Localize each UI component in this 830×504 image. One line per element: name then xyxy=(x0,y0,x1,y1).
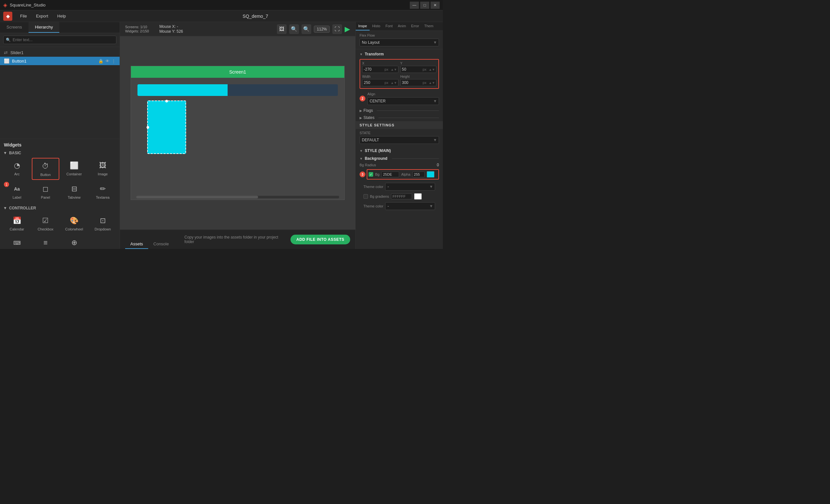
height-field[interactable] xyxy=(401,79,421,86)
theme-select-2[interactable]: - xyxy=(385,202,435,210)
hierarchy-item-slider1[interactable]: ⇄ Slider1 xyxy=(0,48,120,57)
gradient-color-input[interactable] xyxy=(391,194,412,199)
basic-widget-grid: ◔ Arc ⏱ Button ⬜ Container 🖼 Image 1 xyxy=(3,158,117,202)
width-arrow-icon[interactable]: ▲▼ xyxy=(390,81,398,85)
flex-flow-select[interactable]: No Layout xyxy=(359,39,439,46)
eye-icon[interactable]: 👁 xyxy=(105,59,109,64)
container-label: Container xyxy=(66,172,82,176)
widget-dropdown[interactable]: ⊡ Dropdown xyxy=(89,213,117,234)
menu-export[interactable]: Export xyxy=(32,12,52,20)
add-file-button[interactable]: ADD FILE INTO ASSETS xyxy=(290,235,350,244)
gradient-swatch[interactable] xyxy=(414,193,422,200)
widget-checkbox[interactable]: ☑ Checkbox xyxy=(32,213,59,234)
canvas-content[interactable]: Screen1 xyxy=(120,36,355,230)
widget-panel[interactable]: ◻ Panel xyxy=(32,181,59,202)
slider-widget[interactable] xyxy=(137,84,338,96)
colorwheel-label: Colorwheel xyxy=(65,227,83,231)
right-tab-error[interactable]: Error xyxy=(409,22,421,30)
style-main-title[interactable]: ▼ STYLE (MAIN) xyxy=(356,146,443,154)
tab-console[interactable]: Console xyxy=(148,239,174,249)
widget-textarea[interactable]: ✏ Textarea xyxy=(89,181,117,202)
transform-title[interactable]: ▼ Transform xyxy=(356,49,443,58)
states-row[interactable]: ▶ States xyxy=(356,114,443,121)
widget-colorwheel[interactable]: 🎨 Colorwheel xyxy=(61,213,88,234)
tab-assets[interactable]: Assets xyxy=(125,239,148,249)
zoom-out-button[interactable]: 🔍 xyxy=(289,24,299,34)
canvas-scrollbar[interactable] xyxy=(136,196,339,198)
controller-widget-grid: 📅 Calendar ☑ Checkbox 🎨 Colorwheel ⊡ Dro… xyxy=(3,213,117,249)
left-tabs: Screens Hierarchy xyxy=(0,22,120,33)
right-tab-anim[interactable]: Anim xyxy=(395,22,409,30)
slider-icon: ⇄ xyxy=(4,50,8,55)
handle-left xyxy=(147,126,149,129)
hierarchy-label-slider1: Slider1 xyxy=(10,50,23,55)
right-tab-inspe[interactable]: Inspe xyxy=(356,22,370,30)
textarea-label: Textarea xyxy=(96,196,109,199)
arc-icon: ◔ xyxy=(12,161,22,171)
x-arrow-icon[interactable]: ▲▼ xyxy=(390,68,398,71)
widget-label[interactable]: 1 Aa Label xyxy=(3,181,30,202)
color-swatch[interactable] xyxy=(427,171,435,178)
minimize-button[interactable]: — xyxy=(410,2,419,9)
tab-hierarchy[interactable]: Hierarchy xyxy=(29,22,60,33)
project-title: SQ_demo_7 xyxy=(71,13,440,19)
widget-roller[interactable]: ⊕ Roller xyxy=(61,235,88,249)
widget-calendar[interactable]: 📅 Calendar xyxy=(3,213,30,234)
fullscreen-button[interactable]: ⛶ xyxy=(332,24,342,34)
right-tab-histo[interactable]: Histo xyxy=(370,22,383,30)
x-field[interactable] xyxy=(362,66,383,73)
widget-container[interactable]: ⬜ Container xyxy=(61,158,88,180)
y-field[interactable] xyxy=(401,66,421,73)
main-layout: Screens Hierarchy 🔍 ⇄ Slider1 ⬜ Button1 … xyxy=(0,22,443,249)
roller-icon: ⊕ xyxy=(69,238,79,248)
left-panel: Screens Hierarchy 🔍 ⇄ Slider1 ⬜ Button1 … xyxy=(0,22,120,249)
align-select[interactable]: CENTER xyxy=(368,97,439,105)
button-widget[interactable] xyxy=(147,100,186,154)
width-field[interactable] xyxy=(362,79,383,86)
search-icon: 🔍 xyxy=(6,38,11,42)
zoom-level[interactable]: 112% xyxy=(314,26,330,33)
y-arrow-icon[interactable]: ▲▼ xyxy=(428,68,436,71)
background-title-row[interactable]: ▼ Background xyxy=(359,156,439,161)
section-controller[interactable]: ▼ CONTROLLER xyxy=(3,206,117,210)
widget-image[interactable]: 🖼 Image xyxy=(89,158,117,180)
state-select[interactable]: DEFAULT xyxy=(359,136,439,144)
height-label: Height xyxy=(401,75,437,78)
bg-arrow-icon: ▼ xyxy=(359,157,363,161)
hierarchy-item-button1[interactable]: ⬜ Button1 🔒 👁 ⋮ xyxy=(0,57,120,65)
tabview-label: Tabview xyxy=(68,196,81,199)
zoom-in-button[interactable]: 🔍 xyxy=(301,24,311,34)
menu-help[interactable]: Help xyxy=(54,12,70,20)
search-input[interactable] xyxy=(3,36,117,44)
close-button[interactable]: ✕ xyxy=(430,2,440,9)
gradient-checkbox[interactable] xyxy=(363,194,368,199)
widget-button[interactable]: ⏱ Button xyxy=(32,158,59,180)
section-basic[interactable]: ▼ BASIC xyxy=(3,151,117,155)
right-tab-font[interactable]: Font xyxy=(383,22,395,30)
hierarchy-list: ⇄ Slider1 ⬜ Button1 🔒 👁 ⋮ xyxy=(0,47,120,139)
height-arrow-icon[interactable]: ▲▼ xyxy=(428,81,436,85)
screenshot-button[interactable]: 🖼 xyxy=(277,24,287,34)
more-icon[interactable]: ⋮ xyxy=(111,59,116,64)
screens-count: Screens: 1/10 xyxy=(125,25,149,29)
flags-row[interactable]: ▶ Flags xyxy=(356,107,443,114)
flags-divider xyxy=(377,110,439,111)
play-button[interactable]: ▶ xyxy=(345,25,350,33)
align-label: Align xyxy=(368,92,439,96)
bg-checkbox[interactable]: ✓ xyxy=(369,172,373,177)
transform-label: Transform xyxy=(365,52,384,57)
theme-select[interactable]: - xyxy=(385,183,435,191)
tab-screens[interactable]: Screens xyxy=(0,22,29,33)
menu-file[interactable]: File xyxy=(16,12,31,20)
lock-icon[interactable]: 🔒 xyxy=(98,59,103,64)
bg-hex-input[interactable] xyxy=(381,171,399,177)
label-icon: Aa xyxy=(12,184,22,194)
right-tab-them[interactable]: Them xyxy=(422,22,436,30)
state-select-wrap: DEFAULT ▼ xyxy=(359,136,439,144)
widget-arc[interactable]: ◔ Arc xyxy=(3,158,30,180)
widget-tabview[interactable]: ⊟ Tabview xyxy=(61,181,88,202)
widget-list[interactable]: ≡ List xyxy=(32,235,59,249)
maximize-button[interactable]: □ xyxy=(420,2,429,9)
widget-keyboard[interactable]: ⌨ Keyboard xyxy=(3,235,30,249)
alpha-input[interactable] xyxy=(412,171,425,177)
